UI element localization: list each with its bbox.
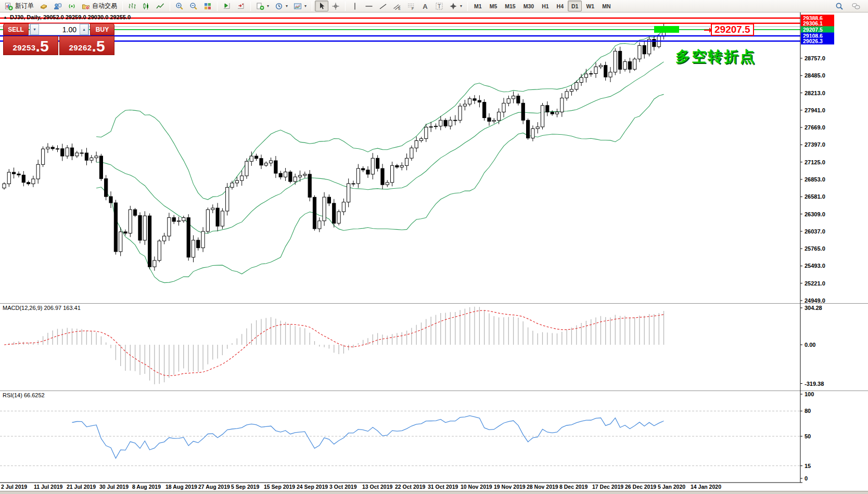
svg-text:304.28: 304.28 [805,305,822,311]
buy-price-main: 29262 [69,43,92,52]
svg-text:29306.1: 29306.1 [803,20,823,27]
macd-indicator-label: MACD(12,26,9) 206.97 163.41 [3,305,81,311]
date-tick-label: 10 Nov 2019 [461,484,492,490]
chart-background [0,12,868,491]
volume-input[interactable]: 1.00 [39,24,80,35]
date-tick-label: 24 Sep 2019 [297,484,328,490]
date-tick-label: 27 Aug 2019 [198,484,230,490]
svg-text:26581.0: 26581.0 [805,193,825,200]
date-tick-label: 26 Dec 2019 [625,484,656,490]
date-tick-label: 2 Jul 2019 [1,484,27,490]
svg-text:27397.0: 27397.0 [805,141,825,148]
date-tick-label: 28 Nov 2019 [527,484,558,490]
date-tick-label: 13 Oct 2019 [362,484,392,490]
svg-text:25221.0: 25221.0 [805,280,825,287]
date-tick-label: 3 Oct 2019 [329,484,357,490]
date-tick-label: 8 Dec 2019 [559,484,588,490]
svg-text:26037.0: 26037.0 [805,228,825,235]
svg-text:100: 100 [805,391,814,397]
svg-text:0.00: 0.00 [805,342,815,348]
date-tick-label: 11 Jul 2019 [34,484,62,490]
pivot-highlight-bar[interactable] [654,26,679,33]
sell-price-fraction: .5 [36,40,49,53]
date-tick-label: 18 Aug 2019 [165,484,197,490]
volume-spinner: ▾ 1.00 ▴ [30,23,89,35]
callout-arrowhead-icon [709,28,712,33]
svg-text:29026.3: 29026.3 [803,38,823,44]
date-tick-label: 8 Aug 2019 [132,484,161,490]
svg-text:28213.0: 28213.0 [805,90,825,96]
sell-price-display[interactable]: 29253 .5 [3,36,58,55]
date-tick-label: 17 Dec 2019 [592,484,623,490]
date-tick-label: 22 Oct 2019 [395,484,425,490]
date-tick-label: 30 Jul 2019 [99,484,129,490]
one-click-trading-panel: SELL ▾ 1.00 ▴ BUY 29253 .5 29262 .5 [3,23,114,55]
rsi-indicator-label: RSI(14) 66.6252 [3,392,45,398]
price-callout-text: 29207.5 [714,24,750,35]
svg-text:24949.0: 24949.0 [805,297,825,304]
volume-increase-button[interactable]: ▴ [80,24,88,35]
svg-text:26309.0: 26309.0 [805,211,825,217]
date-tick-label: 19 Nov 2019 [494,484,526,490]
price-axis-labels: 28757.028485.028213.027941.027669.027397… [800,55,825,304]
svg-text:28485.0: 28485.0 [805,72,825,79]
svg-text:26853.0: 26853.0 [805,176,825,183]
date-tick-label: 21 Jul 2019 [67,484,96,490]
buy-button[interactable]: BUY [90,23,114,35]
volume-decrease-button[interactable]: ▾ [30,24,39,35]
buy-price-fraction: .5 [92,40,105,53]
chart-title: ▲ DJ30, Daily, 29052.0 29259.0 29030.0 2… [3,14,131,20]
svg-text:29207.5: 29207.5 [803,27,823,33]
date-tick-label: 31 Oct 2019 [428,484,458,490]
svg-text:-319.38: -319.38 [805,381,824,387]
svg-text:27669.0: 27669.0 [805,124,825,131]
svg-text:25765.0: 25765.0 [805,245,825,252]
svg-text:27941.0: 27941.0 [805,107,825,113]
window-bottom-edge [0,491,868,494]
svg-text:28757.0: 28757.0 [805,55,825,61]
price-callout-label[interactable]: 29207.5 [711,23,754,36]
price-line-tags: 29388.629306.129207.529108.629026.3 [801,15,834,44]
svg-text:50: 50 [805,433,811,439]
svg-text:80: 80 [805,408,811,414]
date-tick-label: 15 Sep 2019 [264,484,295,490]
chart-canvas: 28757.028485.028213.027941.027669.027397… [0,0,868,494]
svg-text:27125.0: 27125.0 [805,159,825,165]
date-tick-label: 14 Jan 2020 [691,484,721,490]
turning-point-annotation[interactable]: 多空转折点 [675,47,756,67]
chart-title-text: DJ30, Daily, 29052.0 29259.0 29030.0 292… [10,14,131,20]
date-tick-label: 5 Sep 2019 [231,484,259,490]
sell-button[interactable]: SELL [3,23,29,35]
svg-text:0: 0 [805,475,808,482]
svg-text:15: 15 [805,463,811,469]
mt4-application: 新订单自动交易▾▾▾EFAT▾M1M5M15M30H1H4D1W1MN 2875… [0,0,868,494]
svg-text:25493.0: 25493.0 [805,263,825,269]
date-tick-label: 5 Jan 2020 [658,484,685,490]
chart-window-icon: ▲ [3,15,7,20]
buy-price-display[interactable]: 29262 .5 [59,36,114,55]
sell-price-main: 29253 [12,43,35,52]
